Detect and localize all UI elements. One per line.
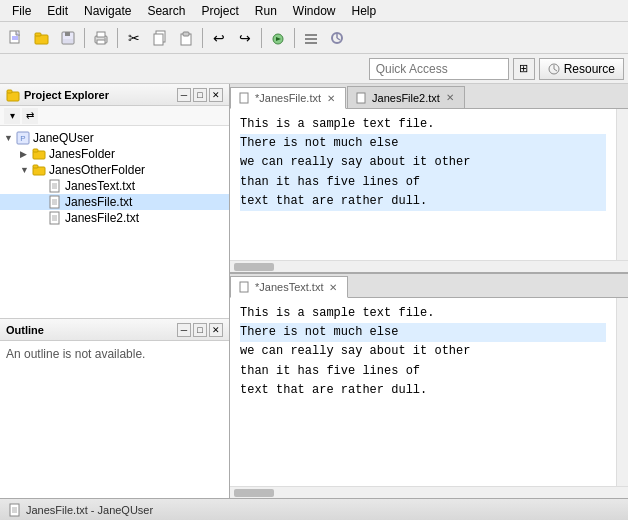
svg-rect-47 bbox=[240, 93, 248, 103]
top-scrollbar-v[interactable] bbox=[616, 109, 628, 260]
outline-title: Outline bbox=[6, 324, 44, 336]
status-bar: JanesFile.txt - JaneQUser bbox=[0, 498, 628, 520]
svg-rect-49 bbox=[240, 282, 248, 292]
bottom-editor-content[interactable]: This is a sample text file. There is not… bbox=[230, 298, 616, 486]
svg-rect-6 bbox=[65, 32, 70, 36]
top-tab1-close[interactable]: ✕ bbox=[325, 92, 337, 104]
janesotherfolder-icon bbox=[32, 163, 46, 177]
tree-item-janesfolder[interactable]: ▶ JanesFolder bbox=[0, 146, 229, 162]
bottom-scrollbar-h[interactable] bbox=[230, 486, 628, 498]
janesfolder-icon bbox=[32, 147, 46, 161]
menu-search[interactable]: Search bbox=[139, 2, 193, 20]
bottom-editor-inner: This is a sample text file. There is not… bbox=[230, 298, 628, 486]
toolbar-redo[interactable]: ↪ bbox=[233, 26, 257, 50]
status-text: JanesFile.txt - JaneQUser bbox=[26, 504, 153, 516]
menu-window[interactable]: Window bbox=[285, 2, 344, 20]
tree-item-janesotherfolder[interactable]: ▼ JanesOtherFolder bbox=[0, 162, 229, 178]
btab1-file-icon bbox=[239, 281, 251, 293]
quickaccess-input[interactable] bbox=[369, 58, 509, 80]
tree-label-janestexttxt: JanesText.txt bbox=[65, 179, 135, 193]
svg-rect-13 bbox=[154, 34, 163, 45]
bottom-scrollbar-h-track[interactable] bbox=[230, 487, 628, 498]
top-editor-line3: we can really say about it other bbox=[240, 153, 606, 172]
top-scrollbar-h-thumb bbox=[234, 263, 274, 271]
toolbar: ✂ ↩ ↪ bbox=[0, 22, 628, 54]
toolbar-separator-4 bbox=[261, 28, 262, 48]
left-panel: Project Explorer ─ □ ✕ ▾ ⇄ ▼ P JaneQUser bbox=[0, 84, 230, 498]
panel-maximize-btn[interactable]: □ bbox=[193, 88, 207, 102]
toolbar-save[interactable] bbox=[56, 26, 80, 50]
top-tab2-close[interactable]: ✕ bbox=[444, 92, 456, 104]
top-tab1-label: *JanesFile.txt bbox=[255, 92, 321, 104]
toolbar-extra1[interactable] bbox=[299, 26, 323, 50]
panel-minimize-btn[interactable]: ─ bbox=[177, 88, 191, 102]
toolbar-copy[interactable] bbox=[148, 26, 172, 50]
svg-rect-4 bbox=[35, 33, 41, 36]
project-explorer-header: Project Explorer ─ □ ✕ bbox=[0, 84, 229, 106]
bottom-tab-janestexttxt[interactable]: *JanesText.txt ✕ bbox=[230, 276, 348, 298]
bottom-tab1-close[interactable]: ✕ bbox=[327, 281, 339, 293]
tree-label-root: JaneQUser bbox=[33, 131, 94, 145]
pe-link-btn[interactable]: ⇄ bbox=[22, 108, 38, 124]
outline-close-btn[interactable]: ✕ bbox=[209, 323, 223, 337]
tree-label-janesotherfolder: JanesOtherFolder bbox=[49, 163, 145, 177]
top-tab-bar: *JanesFile.txt ✕ JanesFile2.txt ✕ bbox=[230, 84, 628, 109]
resource-label: Resource bbox=[564, 62, 615, 76]
toolbar-separator-1 bbox=[84, 28, 85, 48]
tree-item-janesfiletxt[interactable]: ▶ JanesFile.txt bbox=[0, 194, 229, 210]
menu-navigate[interactable]: Navigate bbox=[76, 2, 139, 20]
tree-item-janesfile2txt[interactable]: ▶ JanesFile2.txt bbox=[0, 210, 229, 226]
tab2-file-icon bbox=[356, 92, 368, 104]
menu-project[interactable]: Project bbox=[193, 2, 246, 20]
tree-item-root[interactable]: ▼ P JaneQUser bbox=[0, 130, 229, 146]
menu-run[interactable]: Run bbox=[247, 2, 285, 20]
top-editor-line4: than it has five lines of bbox=[240, 173, 606, 192]
toolbar-print[interactable] bbox=[89, 26, 113, 50]
svg-line-23 bbox=[337, 38, 340, 40]
toolbar-undo[interactable]: ↩ bbox=[207, 26, 231, 50]
panel-close-btn[interactable]: ✕ bbox=[209, 88, 223, 102]
svg-rect-7 bbox=[63, 39, 73, 43]
top-tab-janesfile2txt[interactable]: JanesFile2.txt ✕ bbox=[347, 86, 465, 108]
svg-rect-10 bbox=[97, 40, 105, 44]
svg-rect-48 bbox=[357, 93, 365, 103]
janestexttxt-icon bbox=[48, 179, 62, 193]
toolbar-paste[interactable] bbox=[174, 26, 198, 50]
toolbar-open[interactable] bbox=[30, 26, 54, 50]
tree-arrow-janesfolder: ▶ bbox=[20, 149, 32, 159]
menu-help[interactable]: Help bbox=[344, 2, 385, 20]
pe-collapse-btn[interactable]: ▾ bbox=[4, 108, 20, 124]
top-scrollbar-h[interactable] bbox=[230, 260, 628, 272]
resource-button[interactable]: Resource bbox=[539, 58, 624, 80]
tree-arrow-root: ▼ bbox=[4, 133, 16, 143]
outline-maximize-btn[interactable]: □ bbox=[193, 323, 207, 337]
toolbar-debug[interactable] bbox=[266, 26, 290, 50]
toolbar-extra2[interactable] bbox=[325, 26, 349, 50]
toolbar-separator-5 bbox=[294, 28, 295, 48]
outline-content: An outline is not available. bbox=[0, 341, 229, 498]
toolbar-separator-2 bbox=[117, 28, 118, 48]
top-tab-janesfiletxt[interactable]: *JanesFile.txt ✕ bbox=[230, 87, 346, 109]
top-scrollbar-h-track[interactable] bbox=[230, 261, 628, 272]
toolbar-separator-3 bbox=[202, 28, 203, 48]
top-editor-inner: This is a sample text file. There is not… bbox=[230, 109, 628, 260]
toolbar-cut[interactable]: ✂ bbox=[122, 26, 146, 50]
svg-text:P: P bbox=[20, 134, 25, 143]
menu-edit[interactable]: Edit bbox=[39, 2, 76, 20]
project-explorer-toolbar: ▾ ⇄ bbox=[0, 106, 229, 126]
svg-rect-20 bbox=[305, 42, 317, 44]
svg-rect-19 bbox=[305, 38, 317, 40]
top-editor-pane: *JanesFile.txt ✕ JanesFile2.txt ✕ This i… bbox=[230, 84, 628, 274]
resource-icon bbox=[548, 63, 560, 75]
svg-rect-18 bbox=[305, 34, 317, 36]
bottom-editor-pane: *JanesText.txt ✕ This is a sample text f… bbox=[230, 274, 628, 498]
tree-item-janestexttxt[interactable]: ▶ JanesText.txt bbox=[0, 178, 229, 194]
svg-point-11 bbox=[104, 38, 106, 40]
quickaccess-menu-btn[interactable]: ⊞ bbox=[513, 58, 535, 80]
outline-minimize-btn[interactable]: ─ bbox=[177, 323, 191, 337]
toolbar-new[interactable] bbox=[4, 26, 28, 50]
outline-controls: ─ □ ✕ bbox=[177, 323, 223, 337]
bottom-scrollbar-v[interactable] bbox=[616, 298, 628, 486]
top-editor-content[interactable]: This is a sample text file. There is not… bbox=[230, 109, 616, 260]
menu-file[interactable]: File bbox=[4, 2, 39, 20]
